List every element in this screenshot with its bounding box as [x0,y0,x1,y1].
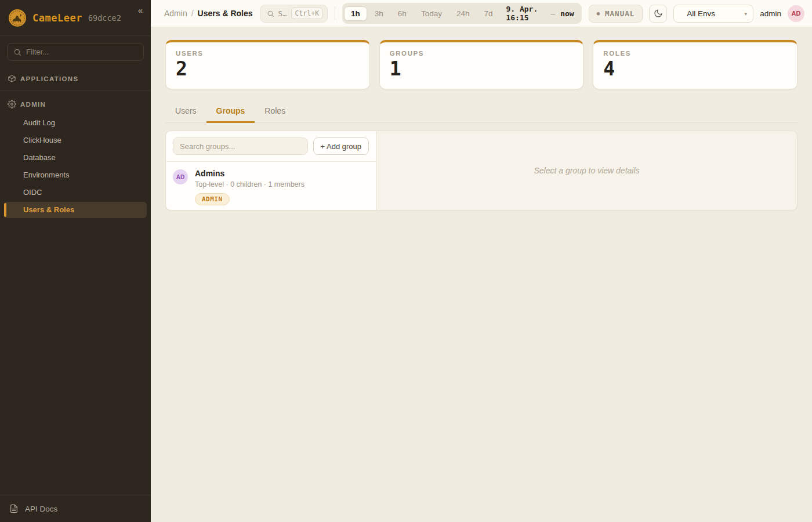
user-avatar[interactable]: AD [788,5,804,22]
chevron-down-icon: ▾ [744,10,747,17]
stat-label: ROLES [603,50,787,57]
sidebar-item-environments[interactable]: Environments [4,167,147,183]
app-name: CameLeer [32,12,82,24]
sidebar-item-database[interactable]: Database [4,150,147,166]
stats-row: USERS 2 GROUPS 1 ROLES 4 [165,40,798,89]
groups-list-header: + Add group [166,131,376,162]
group-meta: Top-level · 0 children · 1 members [195,180,304,188]
refresh-mode-button[interactable]: ● MANUAL [589,5,643,23]
admin-nav: Audit Log ClickHouse Database Environmen… [0,114,151,219]
topbar-right: ● MANUAL All Envs ▾ admin AD [589,5,804,23]
time-range-custom[interactable]: 9. Apr. 16:15 – now [500,5,579,22]
groups-search-input[interactable] [173,137,308,155]
stat-label: GROUPS [390,50,574,57]
sidebar-item-audit-log[interactable]: Audit Log [4,115,147,131]
group-details-empty-state: Select a group to view details [376,131,797,210]
stat-label: USERS [176,50,360,57]
global-search-button[interactable]: S… Ctrl+K [260,5,328,23]
sidebar-item-oidc[interactable]: OIDC [4,184,147,201]
theme-toggle-button[interactable] [649,5,667,23]
status-dot-icon: ● [597,10,600,16]
search-icon [13,48,21,56]
tab-bar: Users Groups Roles [165,101,798,123]
refresh-mode-label: MANUAL [605,9,635,18]
time-from: 9. Apr. 16:15 [506,5,545,22]
section-label: APPLICATIONS [20,75,78,82]
breadcrumb-current: Users & Roles [198,9,253,18]
env-select-value: All Envs [687,9,715,18]
groups-list: + Add group AD Admins Top-level · 0 chil… [166,131,376,210]
cube-icon [8,74,16,83]
search-shortcut: Ctrl+K [291,8,324,19]
stat-card-groups: GROUPS 1 [379,40,584,89]
breadcrumb-separator: / [191,9,194,18]
tab-users[interactable]: Users [165,101,206,123]
tab-groups[interactable]: Groups [206,101,255,123]
groups-panel: + Add group AD Admins Top-level · 0 chil… [165,130,798,211]
stat-card-roles: ROLES 4 [593,40,798,89]
sidebar-item-users-roles[interactable]: Users & Roles [4,202,147,218]
document-icon [9,504,19,513]
sidebar: CameLeer 69dcce2 « APPLICATIONS ADMIN Au… [0,0,151,522]
group-item-body: Admins Top-level · 0 children · 1 member… [195,169,304,205]
add-group-button[interactable]: + Add group [313,137,369,155]
stat-value: 1 [390,59,574,79]
topbar-divider [335,6,335,20]
cameleer-logo-icon [8,9,27,27]
group-list-item[interactable]: AD Admins Top-level · 0 children · 1 mem… [166,162,376,211]
section-label: ADMIN [20,101,46,108]
sidebar-header: CameLeer 69dcce2 « [0,0,151,36]
time-range-3h[interactable]: 3h [368,6,390,21]
time-range-picker: 1h 3h 6h Today 24h 7d 9. Apr. 16:15 – no… [342,3,582,24]
stat-value: 4 [603,59,787,79]
sidebar-section-applications[interactable]: APPLICATIONS [0,69,151,88]
tab-roles[interactable]: Roles [255,101,295,123]
api-docs-link[interactable]: API Docs [0,495,151,522]
stat-card-users: USERS 2 [165,40,370,89]
env-select[interactable]: All Envs ▾ [673,5,753,23]
time-range-6h[interactable]: 6h [391,6,414,21]
sidebar-section-admin[interactable]: ADMIN [0,95,151,114]
group-avatar: AD [173,169,188,184]
breadcrumb-admin[interactable]: Admin [164,9,187,18]
topbar: Admin / Users & Roles S… Ctrl+K 1h 3h 6h… [151,0,812,27]
search-label: S… [278,9,287,18]
group-name: Admins [195,169,304,178]
time-range-7d[interactable]: 7d [477,6,499,21]
time-separator: – [550,9,555,18]
content: USERS 2 GROUPS 1 ROLES 4 Users Groups Ro… [151,27,812,522]
group-role-badge: ADMIN [195,193,230,205]
search-icon [267,10,274,17]
sidebar-collapse-icon[interactable]: « [138,6,143,14]
time-range-today[interactable]: Today [414,6,449,21]
moon-icon [654,9,663,18]
time-to: now [560,9,574,18]
api-docs-label: API Docs [25,505,57,513]
time-range-24h[interactable]: 24h [449,6,477,21]
sidebar-item-clickhouse[interactable]: ClickHouse [4,132,147,148]
stat-value: 2 [176,59,360,79]
app-instance-id: 69dcce2 [88,13,121,23]
time-range-1h[interactable]: 1h [344,6,367,21]
sidebar-filter-input[interactable] [26,48,137,56]
sidebar-filter[interactable] [7,43,144,61]
username-label: admin [760,9,781,18]
gear-icon [8,100,16,108]
sidebar-divider [0,90,151,91]
breadcrumb: Admin / Users & Roles [164,9,253,18]
main-area: Admin / Users & Roles S… Ctrl+K 1h 3h 6h… [151,0,812,522]
